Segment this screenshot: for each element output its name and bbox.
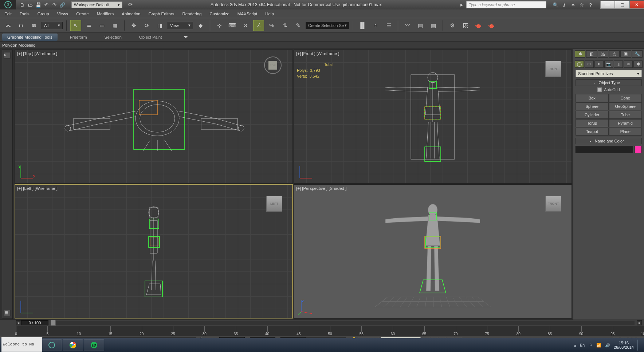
use-pivot-icon[interactable]: ◆	[195, 20, 206, 31]
favorite-icon[interactable]: ☆	[578, 1, 585, 8]
menu-rendering[interactable]: Rendering	[182, 12, 201, 16]
spacewarps-cat-icon[interactable]: ≋	[624, 60, 633, 68]
show-desktop-button[interactable]	[637, 340, 640, 351]
select-by-name-icon[interactable]: ≣	[83, 20, 94, 31]
menu-group[interactable]: Group	[38, 12, 49, 16]
object-type-rollout-head[interactable]: Object Type	[576, 79, 642, 86]
autogrid-checkbox[interactable]	[597, 87, 602, 92]
open-file-icon[interactable]: 🗁	[27, 1, 34, 8]
selection-filter-dropdown[interactable]: All▾	[42, 22, 63, 29]
viewport-perspective-label[interactable]: [+] [Perspective ] [Shaded ]	[296, 186, 346, 191]
helpers-cat-icon[interactable]: ◫	[614, 60, 623, 68]
render-production-icon[interactable]: 🫖	[473, 20, 484, 31]
menu-grapheditors[interactable]: Graph Editors	[148, 12, 174, 16]
window-close-button[interactable]: ✕	[629, 1, 644, 9]
menu-create[interactable]: Create	[76, 12, 89, 16]
viewport-front-label[interactable]: [+] [Front ] [Wireframe ]	[296, 51, 339, 56]
viewport-perspective[interactable]: [+] [Perspective ] [Shaded ] FRONT	[294, 184, 572, 318]
primitive-teapot-button[interactable]: Teapot	[576, 128, 609, 136]
viewcube-left[interactable]: LEFT	[266, 196, 282, 212]
layers-icon[interactable]: ☰	[383, 20, 394, 31]
mirror-icon[interactable]: ▐▌	[357, 20, 368, 31]
shapes-cat-icon[interactable]: ◠	[585, 60, 594, 68]
time-slider-prev-icon[interactable]: <	[16, 320, 21, 325]
ribbon-tab-selection[interactable]: Selection	[99, 34, 126, 41]
systems-cat-icon[interactable]: ✱	[633, 60, 643, 68]
ribbon-tab-graphite[interactable]: Graphite Modeling Tools	[2, 34, 58, 41]
menu-maxscript[interactable]: MAXScript	[237, 12, 257, 16]
viewport-left[interactable]: [+] [Left ] [Wireframe ] LEFT	[15, 184, 293, 318]
display-tab-icon[interactable]: ▣	[620, 50, 631, 58]
window-maximize-button[interactable]: ▢	[615, 1, 629, 9]
viewport-left-label[interactable]: [+] [Left ] [Wireframe ]	[17, 186, 58, 191]
angle-snap-icon[interactable]: ∠	[253, 20, 264, 31]
lights-cat-icon[interactable]: ✦	[594, 60, 604, 68]
motion-tab-icon[interactable]: ◎	[609, 50, 620, 58]
menu-animation[interactable]: Animation	[122, 12, 140, 16]
ribbon-tab-objectpaint[interactable]: Object Paint	[134, 34, 167, 41]
percent-snap-icon[interactable]: %	[266, 20, 277, 31]
tray-volume-icon[interactable]: 🔊	[605, 343, 610, 348]
workspace-dropdown[interactable]: Workspace: Default ▾	[71, 1, 122, 8]
tray-network-icon[interactable]: 📶	[596, 343, 601, 348]
create-tab-icon[interactable]: ✱	[575, 50, 585, 58]
tray-language[interactable]: EN	[580, 343, 585, 347]
new-file-icon[interactable]: 🗋	[19, 1, 25, 8]
primitive-sphere-button[interactable]: Sphere	[576, 102, 609, 110]
menu-help[interactable]: Help	[265, 12, 274, 16]
link-icon[interactable]: 🔗	[59, 1, 66, 8]
schematic-view-icon[interactable]: ▤	[415, 20, 426, 31]
category-dropdown[interactable]: Standard Primitives▾	[576, 70, 642, 77]
keyboard-shortcut-icon[interactable]: ⌨	[227, 20, 238, 31]
render-setup-icon[interactable]: ⚙	[447, 20, 458, 31]
menu-modifiers[interactable]: Modifiers	[97, 12, 114, 16]
window-crossing-icon[interactable]: ▦	[110, 20, 121, 31]
primitive-box-button[interactable]: Box	[576, 94, 609, 102]
timeline-ruler[interactable]: 0510152025303540455055606570758085909510…	[16, 326, 644, 336]
move-icon[interactable]: ✥	[128, 20, 139, 31]
redo-icon[interactable]: ↷	[51, 1, 58, 8]
name-color-rollout-head[interactable]: Name and Color	[576, 138, 642, 144]
window-minimize-button[interactable]: —	[600, 1, 615, 9]
hierarchy-tab-icon[interactable]: 品	[598, 50, 608, 58]
tray-clock[interactable]: 15:16 26/06/2014	[614, 341, 634, 349]
workspace-refresh-icon[interactable]: ⟳	[126, 0, 135, 9]
modify-tab-icon[interactable]: ◧	[586, 50, 597, 58]
tray-show-hidden-icon[interactable]: ▴	[574, 343, 576, 348]
rect-region-icon[interactable]: ▭	[97, 20, 107, 31]
task-spotify[interactable]	[84, 339, 104, 351]
primitive-cylinder-button[interactable]: Cylinder	[576, 111, 609, 119]
ribbon-panel-label[interactable]: Polygon Modeling	[0, 42, 644, 49]
primitive-geosphere-button[interactable]: GeoSphere	[609, 102, 642, 110]
align-icon[interactable]: ≑	[370, 20, 381, 31]
select-manipulate-icon[interactable]: ⊹	[214, 20, 225, 31]
viewcube-top[interactable]: TOP	[264, 56, 282, 74]
exchange-icon[interactable]: ✶	[570, 1, 576, 8]
bind-space-warp-icon[interactable]: ≋	[28, 20, 39, 31]
snap-2d-icon[interactable]: 3	[240, 20, 251, 31]
time-slider-thumb[interactable]	[51, 320, 56, 326]
rotate-icon[interactable]: ⟳	[141, 20, 152, 31]
primitive-pyramid-button[interactable]: Pyramid	[609, 119, 642, 127]
time-slider-next-icon[interactable]: >	[637, 320, 642, 325]
ref-coord-dropdown[interactable]: View▾	[168, 22, 193, 29]
scale-icon[interactable]: ◨	[154, 20, 165, 31]
geometry-cat-icon[interactable]: ◯	[575, 60, 584, 68]
utilities-tab-icon[interactable]: 🔧	[632, 50, 643, 58]
primitive-cone-button[interactable]: Cone	[609, 94, 642, 102]
viewport-top-label[interactable]: [+] [Top ] [Wireframe ]	[17, 51, 57, 56]
primitive-torus-button[interactable]: Torus	[576, 119, 609, 127]
menu-views[interactable]: Views	[57, 12, 68, 16]
menu-edit[interactable]: Edit	[4, 12, 12, 16]
menu-customize[interactable]: Customize	[209, 12, 229, 16]
ribbon-tab-freeform[interactable]: Freeform	[65, 34, 92, 41]
app-logo[interactable]: 3	[0, 0, 16, 9]
subscription-icon[interactable]: ⚷	[561, 1, 568, 8]
rendered-frame-icon[interactable]: 🖼	[460, 20, 471, 31]
render-iterative-icon[interactable]: 🫖	[486, 20, 497, 31]
material-editor-icon[interactable]: ▦	[428, 20, 439, 31]
primitive-tube-button[interactable]: Tube	[609, 111, 642, 119]
named-selection-dropdown[interactable]: Create Selection Se▾	[306, 22, 349, 29]
search-submit-icon[interactable]: 🔍	[552, 1, 559, 8]
viewcube-front[interactable]: FRONT	[545, 61, 561, 77]
